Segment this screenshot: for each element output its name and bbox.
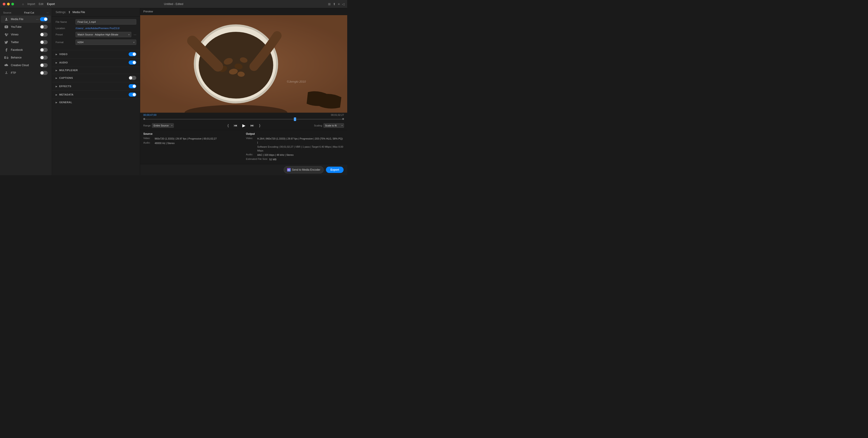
effects-section[interactable]: ▶ EFFECTS — [52, 82, 140, 90]
effects-chevron-icon: ▶ — [56, 85, 57, 88]
mark-in-button[interactable]: ⟨ — [226, 123, 230, 128]
range-label: Range — [143, 124, 151, 127]
scrubber-track[interactable] — [143, 119, 344, 120]
output-audio-row: Audio: AAC | 320 kbps | 48 kHz | Stereo — [246, 153, 344, 157]
captions-chevron-icon: ▶ — [56, 77, 57, 79]
video-toggle[interactable] — [129, 52, 136, 56]
source-title: Source — [143, 132, 241, 135]
step-back-button[interactable]: ⏮ — [233, 123, 238, 128]
titlebar: ⌂ Import Edit Export Untitled - Edited ⊞… — [0, 0, 347, 8]
source-audio-row: Audio: 48000 Hz | Stereo — [143, 141, 241, 145]
behance-toggle[interactable] — [40, 56, 48, 60]
export-nav[interactable]: Export — [47, 2, 55, 6]
audio-section-label: AUDIO — [59, 61, 129, 64]
step-forward-button[interactable]: ⏭ — [250, 123, 255, 128]
metadata-section-label: METADATA — [59, 93, 129, 96]
settings-header: Settings: ⬆ Media File — [52, 8, 140, 16]
timecode-right: 00;01;02;27 — [331, 113, 344, 116]
youtube-toggle[interactable] — [40, 25, 48, 29]
preset-label: Preset — [56, 33, 75, 36]
scrubber-handle-left[interactable] — [143, 118, 145, 120]
media-file-toggle[interactable] — [40, 17, 48, 21]
file-name-input[interactable] — [75, 19, 136, 25]
scaling-select[interactable]: Scale to fit Scale to fill Stretch to fi… — [323, 123, 344, 128]
sidebar-item-behance[interactable]: Behance — [1, 54, 51, 61]
send-to-media-encoder-button[interactable]: Me Send to Media Encoder — [284, 166, 324, 173]
metadata-toggle[interactable] — [129, 93, 136, 97]
multiplexer-section-label: MULTIPLEXER — [59, 69, 136, 72]
watermark-text: ©Jemglo 2010 — [287, 80, 306, 83]
scaling-wrap: Scaling Scale to fit Scale to fill Stret… — [314, 123, 344, 128]
creative-cloud-toggle[interactable] — [40, 63, 48, 67]
location-label: Location — [56, 27, 75, 30]
source-video-label: Video: — [143, 137, 153, 141]
upload-icon — [4, 17, 8, 22]
preset-row: Preset Match Source - Adaptive High Bitr… — [56, 32, 136, 37]
mark-out-button[interactable]: ⟩ — [258, 123, 261, 128]
home-icon[interactable]: ⌂ — [22, 2, 24, 6]
source-more-button[interactable]: ··· — [46, 11, 49, 14]
general-chevron-icon: ▶ — [56, 101, 57, 104]
playback-controls: ⟨ ⏮ ▶ ⏭ ⟩ — [176, 123, 312, 129]
ftp-toggle[interactable] — [40, 71, 48, 75]
preset-more-button[interactable]: ··· — [133, 33, 136, 36]
multiplexer-section[interactable]: ▶ MULTIPLEXER — [52, 67, 140, 74]
collapse-icon[interactable]: ◁ — [342, 2, 344, 6]
general-section[interactable]: ▶ GENERAL — [52, 99, 140, 106]
minimize-button[interactable] — [7, 3, 10, 5]
metadata-section[interactable]: ▶ METADATA — [52, 90, 140, 99]
video-chevron-icon: ▶ — [56, 53, 57, 56]
fullscreen-button[interactable] — [11, 3, 14, 5]
audio-toggle[interactable] — [129, 61, 136, 65]
video-section[interactable]: ▶ VIDEO — [52, 50, 140, 58]
output-video-label: Video: — [246, 137, 256, 144]
format-label: Format — [56, 41, 75, 43]
captions-section[interactable]: ▶ CAPTIONS — [52, 74, 140, 82]
window-resize-icon[interactable]: ⊞ — [328, 2, 331, 6]
scrubber-marker[interactable] — [294, 117, 296, 121]
window-title: Untitled - Edited — [164, 2, 183, 6]
play-button[interactable]: ▶ — [241, 123, 246, 129]
share-icon[interactable]: ⬆ — [333, 2, 336, 6]
facebook-toggle[interactable] — [40, 48, 48, 52]
menu-icon[interactable]: ≡ — [338, 2, 340, 6]
traffic-lights — [3, 3, 14, 5]
source-audio-value: 48000 Hz | Stereo — [155, 141, 241, 145]
audio-section[interactable]: ▶ AUDIO — [52, 58, 140, 67]
range-select[interactable]: Entire Source In to Out Custom — [152, 123, 174, 128]
output-audio-value: AAC | 320 kbps | 48 kHz | Stereo — [257, 153, 344, 157]
sidebar-item-creative-cloud[interactable]: Creative Cloud — [1, 62, 51, 69]
format-select-wrapper: H264 H.265 ProRes — [75, 39, 136, 45]
preset-select[interactable]: Match Source - Adaptive High Bitrate H.2… — [75, 32, 131, 37]
sidebar-item-twitter[interactable]: Twitter — [1, 39, 51, 46]
scrubber[interactable] — [140, 117, 347, 121]
facebook-icon — [4, 48, 8, 52]
source-video-value: 960x720 (1.3333) | 29.97 fps | Progressi… — [155, 137, 241, 141]
edit-nav[interactable]: Edit — [39, 2, 43, 6]
sidebar-item-facebook[interactable]: Facebook — [1, 46, 51, 54]
settings-form: File Name Location /Users/...ents/Adobe/… — [52, 16, 140, 50]
media-file-more[interactable]: ··· — [36, 18, 39, 21]
sidebar-item-ftp[interactable]: FTP — [1, 69, 51, 76]
sidebar-item-vimeo[interactable]: Vimeo — [1, 31, 51, 38]
youtube-icon — [4, 25, 8, 29]
sidebar-item-media-file[interactable]: Media File ··· — [1, 15, 51, 23]
captions-toggle[interactable] — [129, 76, 136, 80]
sidebar-item-youtube[interactable]: YouTube — [1, 23, 51, 31]
titlebar-nav: ⌂ Import Edit Export — [22, 2, 55, 6]
output-filesize-label: Estimated File Size: — [246, 158, 268, 161]
audio-chevron-icon: ▶ — [56, 61, 57, 64]
scaling-select-wrapper: Scale to fit Scale to fill Stretch to fi… — [323, 123, 344, 128]
location-link[interactable]: /Users/...ents/Adobe/Premiere Pro/23.0/ — [75, 27, 120, 30]
close-button[interactable] — [3, 3, 5, 5]
vimeo-toggle[interactable] — [40, 33, 48, 37]
import-nav[interactable]: Import — [27, 2, 35, 6]
general-section-label: GENERAL — [59, 101, 136, 104]
scrubber-handle-right[interactable] — [342, 118, 344, 120]
export-button[interactable]: Export — [326, 167, 344, 173]
behance-icon — [4, 55, 8, 60]
twitter-toggle[interactable] — [40, 40, 48, 44]
location-row: Location /Users/...ents/Adobe/Premiere P… — [56, 27, 136, 30]
effects-toggle[interactable] — [129, 84, 136, 88]
format-select[interactable]: H264 H.265 ProRes — [75, 39, 136, 45]
